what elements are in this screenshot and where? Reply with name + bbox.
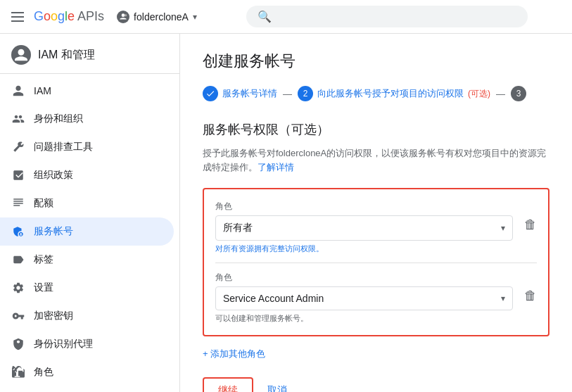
google-apis-logo: Google APIs bbox=[34, 9, 104, 24]
project-icon bbox=[117, 11, 129, 23]
role-row-2: 角色 Service Account Admin ▾ 可以创建和管理服务帐号。 … bbox=[215, 272, 537, 324]
logo-o1: o bbox=[44, 9, 51, 23]
logo-e: e bbox=[68, 9, 75, 23]
hamburger-menu-button[interactable] bbox=[8, 9, 27, 25]
stepper: 服务帐号详情 — 2 向此服务帐号授予对项目的访问权限 (可选) — 3 bbox=[203, 86, 549, 101]
step1: 服务帐号详情 bbox=[203, 86, 277, 101]
section-desc: 授予此服务帐号对foldercloneA的访问权限，以便该服务帐号有权对您项目中… bbox=[203, 146, 549, 174]
role1-label: 角色 bbox=[215, 201, 513, 213]
sidebar-item-identity-org[interactable]: 身份和组织 bbox=[0, 105, 174, 133]
role1-select-wrap: 角色 所有者 ▾ 对所有资源拥有完整访问权限。 bbox=[215, 201, 513, 254]
sidebar-item-org-policy[interactable]: 组织政策 bbox=[0, 161, 174, 189]
svg-point-0 bbox=[122, 13, 125, 17]
settings-icon bbox=[11, 281, 25, 295]
role2-select-wrap: 角色 Service Account Admin ▾ 可以创建和管理服务帐号。 bbox=[215, 272, 513, 324]
role1-delete-button[interactable]: 🗑 bbox=[524, 217, 537, 232]
step2-label: 向此服务帐号授予对项目的访问权限 bbox=[317, 87, 464, 100]
role2-hint: 可以创建和管理服务帐号。 bbox=[215, 313, 513, 324]
step1-done-circle bbox=[203, 86, 218, 101]
cancel-button[interactable]: 取消 bbox=[265, 379, 290, 392]
wrench-icon bbox=[11, 140, 25, 154]
step2-circle: 2 bbox=[298, 86, 313, 101]
section-title: 服务帐号权限（可选） bbox=[203, 121, 549, 138]
main-layout: IAM 和管理 IAM 身份和组织 问题排查工具 组织政策 bbox=[0, 34, 572, 392]
add-role-button[interactable]: + 添加其他角色 bbox=[203, 348, 265, 360]
sidebar: IAM 和管理 IAM 身份和组织 问题排查工具 组织政策 bbox=[0, 34, 180, 392]
step3-circle: 3 bbox=[511, 86, 526, 101]
step2: 2 向此服务帐号授予对项目的访问权限 (可选) bbox=[298, 86, 490, 101]
sidebar-item-label: 标签 bbox=[34, 253, 53, 266]
role2-delete-button[interactable]: 🗑 bbox=[524, 289, 537, 303]
add-role-label: + 添加其他角色 bbox=[203, 348, 265, 360]
sidebar-item-label: 设置 bbox=[34, 282, 53, 294]
sidebar-item-label: IAM bbox=[34, 85, 51, 96]
sidebar-item-roles[interactable]: 角色 bbox=[0, 358, 174, 386]
search-box[interactable]: 🔍 bbox=[246, 6, 528, 27]
step1-label: 服务帐号详情 bbox=[222, 87, 277, 100]
svg-point-1 bbox=[125, 13, 127, 16]
page-title: 创建服务帐号 bbox=[203, 51, 549, 72]
step-separator-1: — bbox=[283, 89, 292, 99]
step-separator-2: — bbox=[496, 89, 505, 99]
topbar-left: Google APIs foldercloneA ▾ bbox=[8, 8, 203, 26]
topbar-search: 🔍 bbox=[211, 6, 564, 27]
key-icon bbox=[11, 309, 25, 323]
sidebar-item-label: 角色 bbox=[34, 366, 53, 379]
iam-header-icon bbox=[11, 45, 31, 65]
search-icon: 🔍 bbox=[258, 10, 272, 23]
learn-more-link[interactable]: 了解详情 bbox=[258, 162, 294, 172]
policy-icon bbox=[11, 168, 25, 182]
sidebar-item-settings[interactable]: 设置 bbox=[0, 274, 174, 302]
role-separator bbox=[215, 263, 537, 263]
roles-icon bbox=[11, 365, 25, 379]
role2-select[interactable]: Service Account Admin ▾ bbox=[215, 286, 513, 310]
sidebar-item-label: 身份和组织 bbox=[34, 113, 83, 125]
role2-value: Service Account Admin bbox=[223, 293, 324, 304]
sidebar-item-label: 组织政策 bbox=[34, 169, 73, 182]
sidebar-item-label: 服务帐号 bbox=[34, 225, 73, 238]
project-selector[interactable]: foldercloneA ▾ bbox=[111, 8, 203, 26]
content-area: 创建服务帐号 服务帐号详情 — 2 向此服务帐号授予对项目的访问权限 (可选) … bbox=[180, 34, 572, 392]
sidebar-item-iam[interactable]: IAM bbox=[0, 77, 174, 105]
sidebar-title: IAM 和管理 bbox=[38, 48, 95, 63]
role1-value: 所有者 bbox=[223, 222, 253, 234]
service-icon bbox=[11, 225, 25, 239]
sidebar-header: IAM 和管理 bbox=[0, 34, 179, 73]
sidebar-item-label: 配额 bbox=[34, 197, 53, 210]
role2-label: 角色 bbox=[215, 272, 513, 284]
project-name: foldercloneA bbox=[134, 11, 189, 23]
role1-hint: 对所有资源拥有完整访问权限。 bbox=[215, 244, 513, 254]
topbar: Google APIs foldercloneA ▾ 🔍 bbox=[0, 0, 572, 34]
group-icon bbox=[11, 112, 25, 126]
sidebar-item-quota[interactable]: 配额 bbox=[0, 189, 174, 217]
role1-select[interactable]: 所有者 ▾ bbox=[215, 215, 513, 241]
role-row-1: 角色 所有者 ▾ 对所有资源拥有完整访问权限。 🗑 bbox=[215, 201, 537, 254]
role2-chevron-down-icon: ▾ bbox=[501, 293, 505, 303]
sidebar-divider bbox=[0, 73, 179, 74]
roles-container: 角色 所有者 ▾ 对所有资源拥有完整访问权限。 🗑 角色 Service Acc… bbox=[203, 188, 549, 336]
chevron-down-icon: ▾ bbox=[193, 12, 197, 22]
logo-g2: g bbox=[58, 9, 65, 23]
sidebar-item-label: 身份识别代理 bbox=[34, 338, 93, 350]
logo-o2: o bbox=[51, 9, 58, 23]
sidebar-item-label: 问题排查工具 bbox=[34, 141, 93, 153]
person-icon bbox=[11, 84, 25, 98]
logo-g: G bbox=[34, 9, 44, 23]
sidebar-item-encryption[interactable]: 加密密钥 bbox=[0, 302, 174, 330]
quota-icon bbox=[11, 196, 25, 210]
continue-button[interactable]: 继续 bbox=[203, 377, 253, 392]
proxy-icon bbox=[11, 337, 25, 351]
sidebar-item-label: 加密密钥 bbox=[34, 310, 73, 322]
sidebar-item-labels[interactable]: 标签 bbox=[0, 246, 174, 274]
sidebar-item-identity-proxy[interactable]: 身份识别代理 bbox=[0, 330, 174, 358]
sidebar-item-troubleshoot[interactable]: 问题排查工具 bbox=[0, 133, 174, 161]
step2-optional: (可选) bbox=[468, 88, 490, 100]
logo-apis: APIs bbox=[75, 9, 104, 23]
role1-chevron-down-icon: ▾ bbox=[501, 223, 505, 233]
sidebar-item-service-account[interactable]: 服务帐号 bbox=[0, 217, 174, 246]
step3: 3 bbox=[511, 86, 526, 101]
action-row: 继续 取消 bbox=[203, 377, 549, 392]
label-icon bbox=[11, 253, 25, 267]
